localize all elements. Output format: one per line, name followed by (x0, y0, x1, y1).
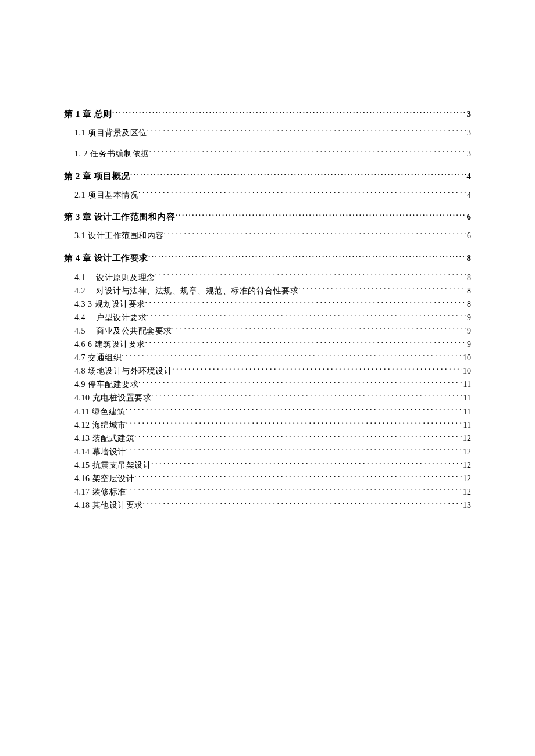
toc-entry-number: 4.12 (74, 418, 90, 432)
toc-leader (151, 460, 462, 468)
toc-entry-title: 3.1 设计工作范围和内容 (74, 230, 164, 242)
toc-entry-title: 4.6 6 建筑设计要求 (74, 338, 145, 351)
toc-entry-text: 停车配建要求 (88, 380, 138, 389)
toc-entry: 4.7 交通组织10 (64, 351, 471, 364)
toc-entry-title: 4.14 幕墙设计 (74, 445, 126, 458)
toc-entry: 4.2对设计与法律、法规、规章、规范、标准的符合性要求8 (64, 284, 471, 298)
toc-entry-text: 商业及公共配套要求 (96, 327, 172, 335)
toc-entry-title: 2.1 项目基本情况 (74, 189, 138, 202)
toc-entry: 1.1 项目背景及区位3 (64, 127, 471, 139)
toc-entry: 4.15 抗震支吊架设计12 (64, 458, 471, 472)
toc-leader (138, 379, 462, 387)
toc-entry-text: 幕墙设计 (92, 447, 126, 456)
toc-page: 第 1 章 总则31.1 项目背景及区位31. 2 任务书编制依据3第 2 章 … (0, 0, 535, 512)
toc-entry-title: 4.8 场地设计与外环境设计 (74, 364, 172, 378)
toc-entry: 4.18 其他设计要求13 (64, 499, 471, 512)
toc-entry-page: 3 (466, 107, 472, 121)
toc-entry-number: 4.10 (74, 391, 90, 404)
toc-entry: 1. 2 任务书编制依据3 (64, 148, 471, 160)
toc-entry-number: 4.17 (74, 485, 90, 499)
toc-entry-text: 设计原则及理念 (96, 273, 155, 282)
toc-entry-title: 4.18 其他设计要求 (74, 499, 143, 512)
toc-entry-page: 11 (462, 405, 471, 418)
toc-entry-title: 4.3 3 规划设计要求 (74, 298, 145, 311)
toc-leader (145, 339, 466, 347)
toc-entry: 2.1 项目基本情况4 (64, 189, 471, 202)
toc-entry-number: 4.4 (74, 311, 85, 324)
toc-entry-text: 充电桩设置要求 (92, 393, 152, 402)
toc-entry-page: 11 (462, 418, 471, 432)
toc-entry-page: 11 (462, 378, 471, 391)
toc-entry-page: 11 (462, 391, 471, 404)
toc-entry: 4.11 绿色建筑11 (64, 405, 471, 418)
toc-leader (138, 189, 466, 198)
toc-leader (149, 148, 466, 156)
toc-entry-number: 4.18 (74, 499, 90, 512)
toc-entry-page: 12 (462, 445, 471, 458)
toc-leader (172, 325, 466, 334)
toc-entry-page: 9 (466, 338, 471, 351)
toc-entry-title: 第 3 章 设计工作范围和内容 (64, 210, 175, 224)
toc-entry-text: 户型设计要求 (96, 313, 147, 322)
toc-entry-page: 12 (462, 485, 471, 499)
toc-entry-text: 海绵城市 (92, 421, 126, 429)
toc-entry: 4.12 海绵城市11 (64, 418, 471, 432)
toc-entry-text: 装配式建筑 (92, 434, 135, 443)
toc-leader (134, 433, 462, 441)
toc-entry-text: 对设计与法律、法规、规章、规范、标准的符合性要求 (96, 286, 298, 295)
toc-entry-number: 4.9 (74, 378, 85, 391)
toc-entry-page: 12 (462, 472, 471, 485)
toc-entry-text: 架空层设计 (92, 474, 135, 483)
toc-entry-page: 9 (466, 311, 471, 324)
toc-entry-text: 绿色建筑 (92, 407, 126, 416)
toc-entry-text: 场地设计与外环境设计 (88, 367, 172, 375)
toc-entry: 4.14 幕墙设计12 (64, 445, 471, 458)
toc-entry-title: 4.1设计原则及理念 (74, 271, 155, 284)
toc-entry-page: 8 (466, 298, 471, 311)
toc-entry-number: 4.2 (74, 284, 85, 298)
toc-entry-title: 4.15 抗震支吊架设计 (74, 458, 151, 472)
toc-entry: 4.4户型设计要求9 (64, 311, 471, 324)
toc-entry-number: 4.16 (74, 472, 90, 485)
toc-leader (147, 312, 466, 320)
toc-leader (175, 211, 465, 220)
toc-entry: 3.1 设计工作范围和内容6 (64, 230, 471, 242)
toc-entry-page: 8 (466, 284, 471, 298)
toc-leader (155, 272, 466, 280)
toc-entry-page: 9 (466, 324, 471, 338)
toc-entry: 4.9 停车配建要求11 (64, 378, 471, 391)
toc-leader (122, 352, 462, 360)
toc-entry-number: 4.1 (74, 271, 85, 284)
toc-entry: 4.17 装修标准12 (64, 485, 471, 499)
toc-entry: 第 2 章 项目概况4 (64, 169, 471, 183)
toc-entry-title: 4.16 架空层设计 (74, 472, 134, 485)
toc-leader (298, 285, 466, 293)
toc-entry: 4.3 3 规划设计要求8 (64, 298, 471, 311)
toc-entry-number: 4.8 (74, 364, 85, 378)
toc-entry-page: 4 (466, 189, 471, 202)
toc-entry: 4.6 6 建筑设计要求9 (64, 338, 471, 351)
toc-entry: 第 4 章 设计工作要求8 (64, 251, 471, 265)
toc-leader (112, 108, 466, 117)
toc-entry-number: 4.11 (74, 405, 90, 418)
toc-entry-text: 3 规划设计要求 (88, 300, 145, 309)
toc-entry-title: 4.5商业及公共配套要求 (74, 324, 172, 338)
toc-entry-title: 4.9 停车配建要求 (74, 378, 138, 391)
toc-entry: 4.13 装配式建筑12 (64, 432, 471, 445)
toc-entry-title: 4.13 装配式建筑 (74, 432, 134, 445)
toc-leader (151, 392, 462, 400)
toc-entry-number: 4.5 (74, 324, 85, 338)
toc-entry: 第 1 章 总则3 (64, 107, 471, 121)
toc-entry-number: 4.14 (74, 445, 90, 458)
toc-entry-text: 装修标准 (92, 488, 126, 496)
toc-leader (148, 252, 466, 261)
toc-leader (147, 127, 466, 135)
toc-entry-page: 12 (462, 458, 471, 472)
toc-entry-title: 第 2 章 项目概况 (64, 169, 130, 183)
toc-entry: 4.10 充电桩设置要求11 (64, 391, 471, 404)
toc-entry-page: 13 (462, 499, 471, 512)
toc-entry: 4.5商业及公共配套要求9 (64, 324, 471, 338)
toc-entry-text: 抗震支吊架设计 (92, 461, 152, 470)
toc-leader (126, 406, 462, 414)
toc-entry-number: 4.6 (74, 338, 85, 351)
